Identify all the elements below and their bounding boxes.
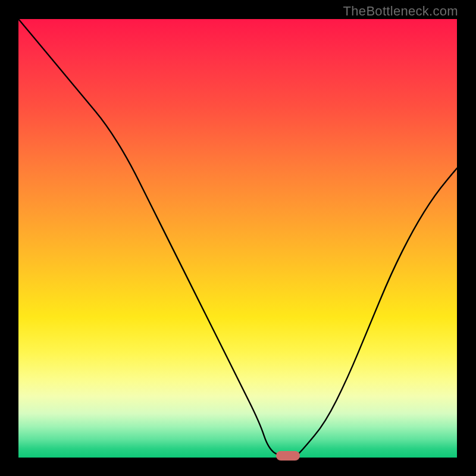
- bottleneck-curve: [18, 19, 457, 458]
- attribution-text: TheBottleneck.com: [343, 4, 458, 19]
- chart-frame: TheBottleneck.com: [0, 0, 476, 476]
- plot-area: [18, 19, 457, 458]
- optimum-marker: [276, 451, 300, 461]
